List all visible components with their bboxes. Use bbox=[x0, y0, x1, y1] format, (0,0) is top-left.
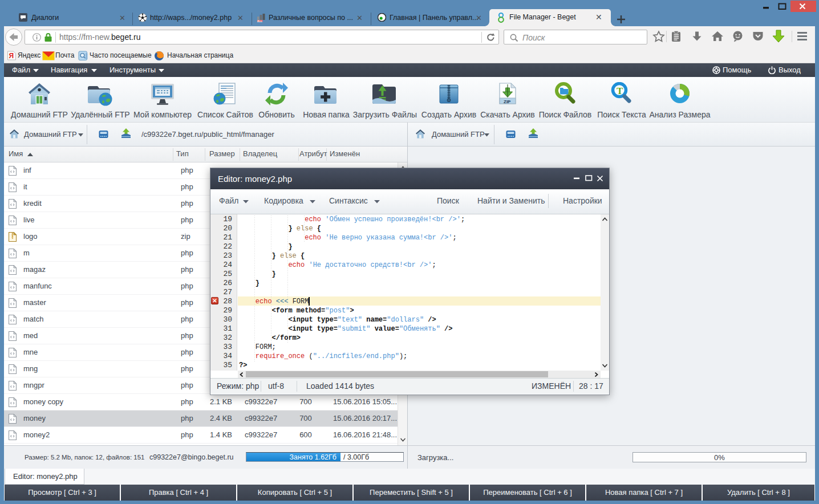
svg-text:Я: Я bbox=[9, 52, 14, 60]
svg-text:ZIP: ZIP bbox=[504, 99, 511, 104]
svg-text:T: T bbox=[617, 86, 623, 96]
